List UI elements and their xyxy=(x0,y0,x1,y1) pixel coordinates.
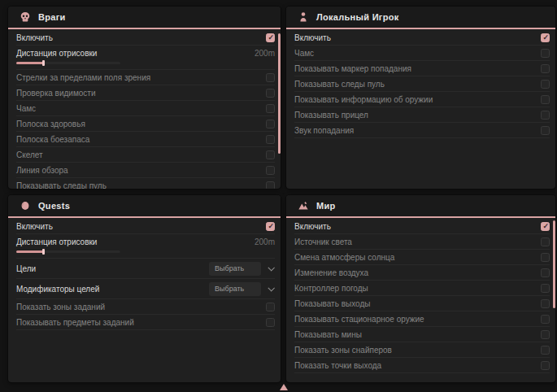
mountain-icon xyxy=(298,200,309,211)
select-row-targets[interactable]: Цели Выбрать xyxy=(16,259,275,279)
toggle-row[interactable]: Скелет xyxy=(16,147,275,163)
checkbox[interactable] xyxy=(541,330,550,339)
row-label: Включить xyxy=(16,222,53,231)
checkbox[interactable] xyxy=(266,73,275,82)
toggle-row[interactable]: Источник света xyxy=(294,234,550,250)
slider-row-draw-distance[interactable]: Дистанция отрисовки 200m xyxy=(16,234,275,259)
toggle-row[interactable]: Проверка видимости xyxy=(16,85,275,101)
checkbox[interactable] xyxy=(541,315,550,324)
toggle-row[interactable]: Чамс xyxy=(294,46,550,61)
toggle-row-enable[interactable]: Включить xyxy=(16,219,275,234)
toggle-row[interactable]: Смена атмосферы солнца xyxy=(294,250,550,265)
row-label: Показывать предметы заданий xyxy=(16,318,134,327)
toggle-row[interactable]: Показывать предметы заданий xyxy=(16,315,275,330)
row-label: Контроллер погоды xyxy=(294,284,368,293)
panel-local-player-body: Включить Чамс Показывать маркер попадани… xyxy=(286,29,555,138)
toggle-row[interactable]: Контроллер погоды xyxy=(294,281,550,296)
checkbox[interactable] xyxy=(541,268,550,277)
checkbox[interactable] xyxy=(266,303,275,311)
row-label: Смена атмосферы солнца xyxy=(294,253,394,262)
toggle-row[interactable]: Показывать маркер попадания xyxy=(294,61,550,76)
toggle-row-enable[interactable]: Включить xyxy=(16,30,275,46)
toggle-row[interactable]: Звук попадания xyxy=(294,123,550,138)
slider[interactable] xyxy=(16,250,120,253)
slider-row-draw-distance[interactable]: Дистанция отрисовки 200m xyxy=(16,46,275,70)
toggle-row[interactable]: Показать зоны снайперов xyxy=(294,342,550,358)
scrollbar-thumb[interactable] xyxy=(278,33,281,154)
toggle-row-enable[interactable]: Включить xyxy=(294,30,550,46)
checkbox[interactable] xyxy=(541,64,550,73)
checkbox[interactable] xyxy=(266,150,275,159)
toggle-row[interactable]: Линия обзора xyxy=(16,163,275,178)
skull-icon xyxy=(20,11,31,23)
person-icon xyxy=(298,11,309,23)
row-label: Показывать следы пуль xyxy=(294,80,385,89)
toggle-row[interactable]: Чамс xyxy=(16,101,275,116)
panel-local-player-header[interactable]: Локальный Игрок xyxy=(286,7,555,29)
checkbox[interactable] xyxy=(541,126,550,135)
checkbox[interactable] xyxy=(541,49,550,58)
checkbox[interactable] xyxy=(541,299,550,308)
checkbox[interactable] xyxy=(266,181,275,189)
toggle-row[interactable]: Полоска боезапаса xyxy=(16,132,275,147)
checkbox[interactable] xyxy=(541,80,550,89)
toggle-row[interactable]: Показывать мины xyxy=(294,327,550,342)
slider-handle[interactable] xyxy=(42,60,45,66)
toggle-row[interactable]: Показывать выходы xyxy=(294,296,550,311)
scrollbar-thumb[interactable] xyxy=(553,220,555,308)
panel-quests-header[interactable]: Quests xyxy=(8,195,281,218)
row-label: Чамс xyxy=(16,104,36,113)
checkbox[interactable] xyxy=(266,120,275,128)
toggle-row[interactable]: Изменение воздуха xyxy=(294,265,550,281)
panel-world-header[interactable]: Мир xyxy=(286,195,555,218)
select-row-target-modifiers[interactable]: Модификаторы целей Выбрать xyxy=(16,279,275,299)
checkbox[interactable] xyxy=(541,222,550,231)
toggle-row[interactable]: Стрелки за пределами поля зрения xyxy=(16,70,275,85)
slider-handle[interactable] xyxy=(42,249,45,255)
row-label: Дистанция отрисовки xyxy=(16,237,97,246)
chevron-down-icon[interactable] xyxy=(268,264,274,271)
panel-title: Quests xyxy=(38,201,70,211)
checkbox[interactable] xyxy=(266,222,275,231)
checkbox[interactable] xyxy=(266,135,275,144)
toggle-row[interactable]: Показывать информацию об оружии xyxy=(294,92,550,107)
toggle-row[interactable]: Показывать прицел xyxy=(294,107,550,123)
checkbox[interactable] xyxy=(541,361,550,370)
chevron-down-icon[interactable] xyxy=(268,285,274,291)
checkbox[interactable] xyxy=(266,89,275,98)
toggle-row[interactable]: Показывать следы пуль xyxy=(16,178,275,189)
row-label: Включить xyxy=(16,33,53,42)
select-target-modifiers[interactable]: Выбрать xyxy=(209,282,261,296)
cursor-icon xyxy=(280,384,288,390)
row-label: Включить xyxy=(294,33,331,42)
toggle-row[interactable]: Показать зоны заданий xyxy=(16,299,275,315)
checkbox[interactable] xyxy=(541,33,550,42)
toggle-row[interactable]: Полоска здоровья xyxy=(16,116,275,132)
toggle-row[interactable]: Показывать стационарное оружие xyxy=(294,311,550,327)
circle-icon xyxy=(20,200,31,211)
toggle-row[interactable]: Показывать следы пуль xyxy=(294,76,550,92)
panel-enemies-body: Включить Дистанция отрисовки 200m Стрелк… xyxy=(8,29,281,189)
checkbox[interactable] xyxy=(266,33,275,42)
checkbox[interactable] xyxy=(541,253,550,262)
select-value: Выбрать xyxy=(215,285,244,293)
checkbox[interactable] xyxy=(266,166,275,175)
checkbox[interactable] xyxy=(266,104,275,113)
toggle-row[interactable]: Показать точки выхода xyxy=(294,358,550,373)
checkbox[interactable] xyxy=(266,318,275,327)
row-label: Стрелки за пределами поля зрения xyxy=(16,73,150,82)
checkbox[interactable] xyxy=(541,111,550,120)
slider[interactable] xyxy=(16,62,120,64)
slider-fill xyxy=(16,250,44,253)
checkbox[interactable] xyxy=(541,95,550,104)
checkbox[interactable] xyxy=(541,237,550,246)
panel-title: Локальный Игрок xyxy=(316,12,399,22)
select-targets[interactable]: Выбрать xyxy=(209,262,261,276)
panel-enemies-header[interactable]: Враги xyxy=(8,7,281,29)
toggle-row-enable[interactable]: Включить xyxy=(294,219,550,234)
slider-fill xyxy=(16,62,44,64)
checkbox[interactable] xyxy=(541,284,550,293)
panel-local-player: Локальный Игрок Включить Чамс Показывать… xyxy=(286,7,555,189)
row-label: Звук попадания xyxy=(294,126,354,135)
checkbox[interactable] xyxy=(541,346,550,355)
